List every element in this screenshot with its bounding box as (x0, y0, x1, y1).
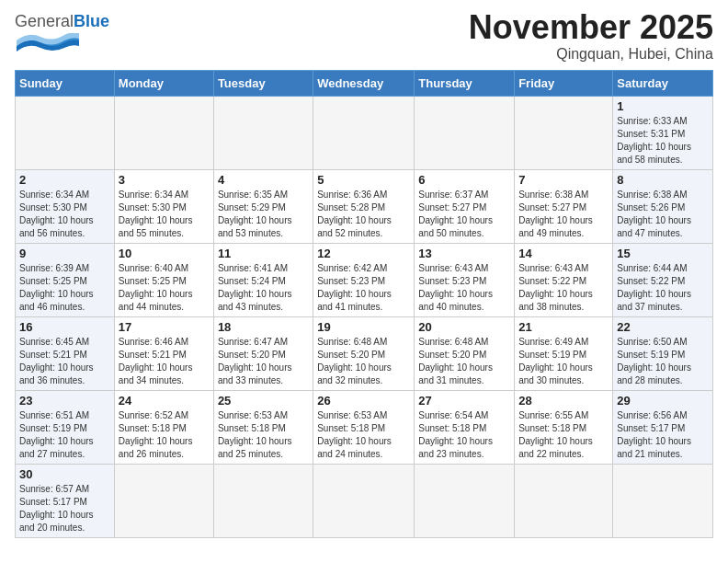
table-row: 4Sunrise: 6:35 AM Sunset: 5:29 PM Daylig… (213, 169, 313, 243)
table-row (213, 96, 313, 169)
table-row: 25Sunrise: 6:53 AM Sunset: 5:18 PM Dayli… (213, 390, 313, 464)
day-number: 28 (518, 394, 609, 408)
day-number: 11 (218, 247, 309, 260)
table-row: 10Sunrise: 6:40 AM Sunset: 5:25 PM Dayli… (114, 243, 213, 316)
day-info: Sunrise: 6:53 AM Sunset: 5:18 PM Dayligh… (218, 409, 309, 461)
day-info: Sunrise: 6:41 AM Sunset: 5:24 PM Dayligh… (218, 262, 309, 314)
table-row (213, 464, 313, 537)
calendar-week-row: 16Sunrise: 6:45 AM Sunset: 5:21 PM Dayli… (16, 316, 713, 390)
logo-icon (15, 33, 88, 53)
day-info: Sunrise: 6:34 AM Sunset: 5:30 PM Dayligh… (19, 189, 110, 240)
day-info: Sunrise: 6:43 AM Sunset: 5:23 PM Dayligh… (418, 262, 510, 314)
table-row: 3Sunrise: 6:34 AM Sunset: 5:30 PM Daylig… (114, 169, 213, 243)
day-number: 23 (19, 394, 110, 408)
day-info: Sunrise: 6:56 AM Sunset: 5:17 PM Dayligh… (617, 409, 709, 461)
day-number: 3 (119, 173, 210, 187)
page: GeneralBlue November 2025 Qingquan, Hube… (0, 0, 728, 553)
title-block: November 2025 Qingquan, Hubei, China (469, 9, 713, 63)
header: GeneralBlue November 2025 Qingquan, Hube… (15, 9, 713, 63)
day-number: 7 (518, 173, 609, 187)
day-number: 6 (418, 173, 510, 187)
logo-blue: Blue (74, 12, 109, 30)
col-sunday: Sunday (16, 70, 115, 96)
day-info: Sunrise: 6:33 AM Sunset: 5:31 PM Dayligh… (617, 115, 709, 167)
table-row: 18Sunrise: 6:47 AM Sunset: 5:20 PM Dayli… (213, 316, 313, 390)
col-saturday: Saturday (613, 70, 713, 96)
table-row (515, 96, 613, 169)
table-row (313, 464, 415, 537)
day-info: Sunrise: 6:38 AM Sunset: 5:26 PM Dayligh… (617, 189, 709, 240)
day-info: Sunrise: 6:35 AM Sunset: 5:29 PM Dayligh… (218, 189, 309, 240)
col-monday: Monday (114, 70, 213, 96)
col-wednesday: Wednesday (313, 70, 415, 96)
table-row: 2Sunrise: 6:34 AM Sunset: 5:30 PM Daylig… (16, 169, 115, 243)
day-info: Sunrise: 6:36 AM Sunset: 5:28 PM Dayligh… (317, 189, 410, 240)
logo: GeneralBlue (15, 13, 109, 57)
calendar-header-row: Sunday Monday Tuesday Wednesday Thursday… (16, 70, 713, 96)
location: Qingquan, Hubei, China (469, 46, 713, 63)
col-thursday: Thursday (415, 70, 515, 96)
table-row: 30Sunrise: 6:57 AM Sunset: 5:17 PM Dayli… (16, 464, 115, 537)
calendar-week-row: 2Sunrise: 6:34 AM Sunset: 5:30 PM Daylig… (16, 169, 713, 243)
day-number: 16 (19, 320, 110, 334)
day-number: 30 (19, 467, 110, 481)
table-row (114, 96, 213, 169)
calendar-week-row: 30Sunrise: 6:57 AM Sunset: 5:17 PM Dayli… (16, 464, 713, 537)
day-info: Sunrise: 6:46 AM Sunset: 5:21 PM Dayligh… (119, 336, 210, 387)
day-number: 19 (317, 320, 410, 334)
table-row (613, 464, 713, 537)
day-info: Sunrise: 6:51 AM Sunset: 5:19 PM Dayligh… (19, 409, 110, 461)
day-number: 1 (617, 99, 709, 113)
table-row: 22Sunrise: 6:50 AM Sunset: 5:19 PM Dayli… (613, 316, 713, 390)
day-number: 5 (317, 173, 410, 187)
day-info: Sunrise: 6:52 AM Sunset: 5:18 PM Dayligh… (119, 409, 210, 461)
day-number: 26 (317, 394, 410, 408)
day-info: Sunrise: 6:34 AM Sunset: 5:30 PM Dayligh… (119, 189, 210, 240)
day-info: Sunrise: 6:57 AM Sunset: 5:17 PM Dayligh… (19, 483, 110, 534)
table-row: 17Sunrise: 6:46 AM Sunset: 5:21 PM Dayli… (114, 316, 213, 390)
table-row: 13Sunrise: 6:43 AM Sunset: 5:23 PM Dayli… (415, 243, 515, 316)
day-number: 18 (218, 320, 309, 334)
day-number: 8 (617, 173, 709, 187)
day-info: Sunrise: 6:37 AM Sunset: 5:27 PM Dayligh… (418, 189, 510, 240)
table-row: 20Sunrise: 6:48 AM Sunset: 5:20 PM Dayli… (415, 316, 515, 390)
day-number: 21 (518, 320, 609, 334)
day-info: Sunrise: 6:40 AM Sunset: 5:25 PM Dayligh… (119, 262, 210, 314)
table-row: 8Sunrise: 6:38 AM Sunset: 5:26 PM Daylig… (613, 169, 713, 243)
day-info: Sunrise: 6:45 AM Sunset: 5:21 PM Dayligh… (19, 336, 110, 387)
day-info: Sunrise: 6:53 AM Sunset: 5:18 PM Dayligh… (317, 409, 410, 461)
day-info: Sunrise: 6:38 AM Sunset: 5:27 PM Dayligh… (518, 189, 609, 240)
table-row: 21Sunrise: 6:49 AM Sunset: 5:19 PM Dayli… (515, 316, 613, 390)
month-title: November 2025 (469, 9, 713, 46)
day-number: 25 (218, 394, 309, 408)
calendar-week-row: 1Sunrise: 6:33 AM Sunset: 5:31 PM Daylig… (16, 96, 713, 169)
table-row: 29Sunrise: 6:56 AM Sunset: 5:17 PM Dayli… (613, 390, 713, 464)
day-info: Sunrise: 6:48 AM Sunset: 5:20 PM Dayligh… (418, 336, 510, 387)
day-info: Sunrise: 6:47 AM Sunset: 5:20 PM Dayligh… (218, 336, 309, 387)
day-info: Sunrise: 6:48 AM Sunset: 5:20 PM Dayligh… (317, 336, 410, 387)
table-row: 7Sunrise: 6:38 AM Sunset: 5:27 PM Daylig… (515, 169, 613, 243)
calendar-week-row: 23Sunrise: 6:51 AM Sunset: 5:19 PM Dayli… (16, 390, 713, 464)
day-number: 2 (19, 173, 110, 187)
col-tuesday: Tuesday (213, 70, 313, 96)
table-row: 5Sunrise: 6:36 AM Sunset: 5:28 PM Daylig… (313, 169, 415, 243)
table-row (16, 96, 115, 169)
day-number: 22 (617, 320, 709, 334)
day-number: 15 (617, 247, 709, 260)
table-row: 12Sunrise: 6:42 AM Sunset: 5:23 PM Dayli… (313, 243, 415, 316)
table-row: 19Sunrise: 6:48 AM Sunset: 5:20 PM Dayli… (313, 316, 415, 390)
table-row: 11Sunrise: 6:41 AM Sunset: 5:24 PM Dayli… (213, 243, 313, 316)
table-row: 16Sunrise: 6:45 AM Sunset: 5:21 PM Dayli… (16, 316, 115, 390)
day-number: 13 (418, 247, 510, 260)
table-row: 24Sunrise: 6:52 AM Sunset: 5:18 PM Dayli… (114, 390, 213, 464)
calendar-week-row: 9Sunrise: 6:39 AM Sunset: 5:25 PM Daylig… (16, 243, 713, 316)
day-number: 17 (119, 320, 210, 334)
table-row: 27Sunrise: 6:54 AM Sunset: 5:18 PM Dayli… (415, 390, 515, 464)
day-info: Sunrise: 6:54 AM Sunset: 5:18 PM Dayligh… (418, 409, 510, 461)
day-number: 27 (418, 394, 510, 408)
day-info: Sunrise: 6:49 AM Sunset: 5:19 PM Dayligh… (518, 336, 609, 387)
table-row: 14Sunrise: 6:43 AM Sunset: 5:22 PM Dayli… (515, 243, 613, 316)
day-number: 20 (418, 320, 510, 334)
day-number: 12 (317, 247, 410, 260)
day-info: Sunrise: 6:43 AM Sunset: 5:22 PM Dayligh… (518, 262, 609, 314)
